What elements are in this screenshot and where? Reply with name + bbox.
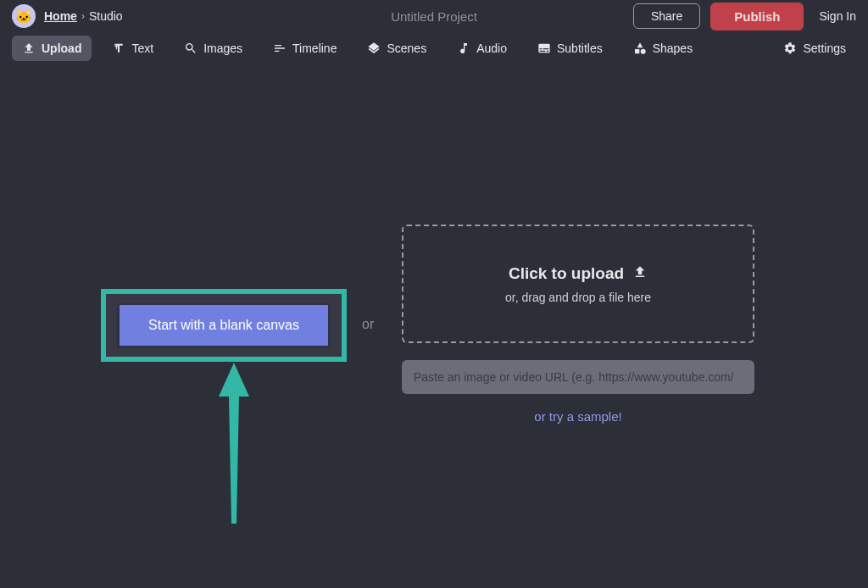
- layers-icon: [367, 42, 381, 55]
- gear-icon: [783, 42, 797, 55]
- tool-label: Audio: [476, 42, 507, 55]
- search-icon: [184, 42, 198, 55]
- tool-label: Timeline: [292, 42, 337, 55]
- app-logo[interactable]: 🐱: [12, 4, 36, 28]
- canvas-area: Start with a blank canvas or Click to up…: [0, 64, 868, 588]
- tool-timeline[interactable]: Timeline: [263, 36, 347, 61]
- tool-label: Subtitles: [557, 42, 603, 55]
- subtitles-icon: [537, 42, 551, 55]
- timeline-icon: [273, 42, 287, 55]
- svg-marker-0: [219, 363, 249, 524]
- upload-dropzone[interactable]: Click to upload or, drag and drop a file…: [402, 225, 754, 343]
- tool-scenes[interactable]: Scenes: [357, 36, 437, 61]
- tool-subtitles[interactable]: Subtitles: [527, 36, 613, 61]
- url-input[interactable]: [402, 360, 754, 394]
- tool-label: Shapes: [653, 42, 693, 55]
- tool-text[interactable]: Text: [102, 36, 164, 61]
- tool-audio[interactable]: Audio: [447, 36, 517, 61]
- tool-shapes[interactable]: Shapes: [623, 36, 703, 61]
- music-note-icon: [457, 42, 470, 55]
- publish-button[interactable]: Publish: [710, 3, 804, 31]
- try-sample-link[interactable]: or try a sample!: [402, 409, 754, 424]
- tool-upload[interactable]: Upload: [12, 36, 92, 61]
- start-blank-canvas-button[interactable]: Start with a blank canvas: [117, 302, 331, 348]
- text-icon: [112, 42, 125, 55]
- share-button[interactable]: Share: [633, 3, 700, 29]
- shapes-icon: [633, 42, 647, 55]
- dropzone-title: Click to upload: [509, 264, 648, 284]
- breadcrumb: Home › Studio: [44, 9, 123, 23]
- breadcrumb-studio: Studio: [89, 9, 123, 23]
- project-title[interactable]: Untitled Project: [391, 9, 477, 24]
- tool-label: Images: [203, 42, 242, 55]
- toolbar: Upload Text Images Timeline Scenes Audio…: [0, 32, 868, 64]
- or-divider: or: [362, 317, 374, 332]
- tool-label: Upload: [42, 42, 81, 55]
- upload-icon: [632, 264, 648, 284]
- top-actions: Share Publish Sign In: [633, 3, 856, 31]
- tool-label: Scenes: [387, 42, 426, 55]
- dropzone-subtitle: or, drag and drop a file here: [505, 291, 651, 304]
- tool-settings[interactable]: Settings: [773, 36, 856, 61]
- tool-label: Text: [131, 42, 153, 55]
- upload-icon: [22, 42, 36, 55]
- breadcrumb-home[interactable]: Home: [44, 9, 77, 23]
- signin-link[interactable]: Sign In: [819, 9, 856, 23]
- tool-label: Settings: [803, 42, 846, 55]
- arrow-up-annotation: [217, 363, 251, 527]
- highlight-annotation: Start with a blank canvas: [101, 289, 347, 362]
- top-bar: 🐱 Home › Studio Untitled Project Share P…: [0, 0, 868, 32]
- chevron-right-icon: ›: [81, 10, 85, 22]
- tool-images[interactable]: Images: [174, 36, 253, 61]
